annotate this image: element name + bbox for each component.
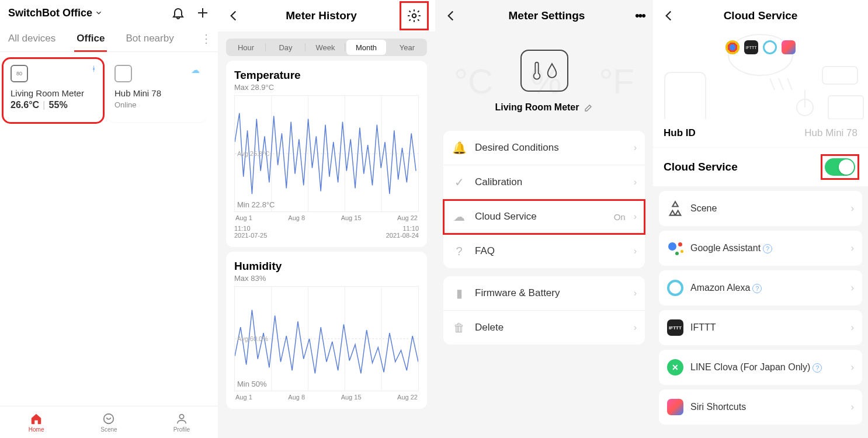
svg-point-2 [412,14,416,18]
meter-settings-screen: Meter Settings ••• °C%°F Living Room Met… [435,0,653,438]
more-icon[interactable]: ••• [635,8,645,23]
seg-week[interactable]: Week [305,39,345,56]
seg-hour[interactable]: Hour [226,39,266,56]
hub-id-label: Hub ID [664,127,696,139]
device-card-hub[interactable]: ☁ Hub Mini 78 Online [107,59,207,122]
hub-icon [114,65,132,82]
gear-icon[interactable] [407,8,422,23]
alexa-icon [667,280,683,296]
row-delete[interactable]: 🗑 Delete › [443,311,645,345]
nav-scene[interactable]: Scene [72,406,145,438]
device-cards: 80 ᚼ Living Room Meter 26.6°C|55% ☁ Hub … [0,52,218,129]
svg-rect-15 [822,67,857,84]
clova-icon: ✕ [667,359,683,376]
nav-home[interactable]: Home [0,406,72,438]
row-firmware-battery[interactable]: ▮ Firmware & Battery › [443,276,645,311]
chevron-right-icon: › [851,362,854,373]
svg-rect-14 [665,72,706,119]
cloud-header: Cloud Service [653,0,868,32]
device-hero: °C%°F Living Room Meter [435,32,653,131]
nav-profile[interactable]: Profile [145,406,218,438]
settings-button-highlight [401,3,427,29]
chevron-right-icon: › [634,211,637,222]
ifttt-icon: IFTTT [667,319,683,336]
chart-title: Humidity [234,260,419,273]
service-amazon-alexa[interactable]: Amazon Alexa? › [659,270,862,305]
profile-icon [175,412,188,425]
more-icon[interactable]: ⋮ [200,32,212,46]
cloud-service-label: Cloud Service [664,161,738,173]
battery-icon: ▮ [452,286,467,301]
chart-time-range: 11:102021-07-25 11:102021-08-24 [234,225,419,239]
help-icon[interactable]: ? [763,244,772,253]
back-icon[interactable] [443,8,459,23]
chart-max: Max 83% [234,274,419,283]
device-card-meter[interactable]: 80 ᚼ Living Room Meter 26.6°C|55% [4,59,103,122]
service-siri-shortcuts[interactable]: Siri Shortcuts › [659,390,862,425]
chart-avg: Avg 25.8°C [237,150,270,157]
google-assistant-icon [667,240,683,256]
row-cloud-service[interactable]: ☁ Cloud Service On › [443,200,645,234]
siri-shortcuts-icon [667,399,683,415]
google-icon [725,40,739,54]
chevron-right-icon: › [634,177,637,187]
hub-id-value: Hub Mini 78 [804,127,857,139]
back-icon[interactable] [226,8,241,23]
row-desired-conditions[interactable]: 🔔 Desired Conditions › [443,131,645,165]
seg-year[interactable]: Year [387,39,427,56]
chevron-right-icon: › [851,283,854,293]
history-header: Meter History [218,0,435,32]
device-tabs: All devices Office Bot nearby [6,26,176,51]
hero-service-icons: IFTTT [725,40,796,54]
service-line-clova[interactable]: ✕ LINE Clova (For Japan Only)? › [659,350,862,385]
settings-list-1: 🔔 Desired Conditions › ✓ Calibration › ☁… [443,131,645,268]
bell-icon: 🔔 [452,140,467,155]
page-title: Meter Settings [508,9,585,22]
tab-bot-nearby[interactable]: Bot nearby [123,26,176,51]
hub-id-row: Hub ID Hub Mini 78 [653,119,868,147]
device-card-values: 26.6°C|55% [11,100,96,110]
cloud-icon: ☁ [191,65,200,75]
help-icon[interactable]: ? [752,284,762,293]
seg-day[interactable]: Day [266,39,305,56]
trash-icon: 🗑 [452,320,467,335]
tab-all-devices[interactable]: All devices [6,26,58,51]
cloud-service-screen: Cloud Service IFTTT Hub ID Hub Mini 78 C… [653,0,868,438]
hero-decoration: °C%°F [435,32,653,131]
service-ifttt[interactable]: IFTTT IFTTT › [659,310,862,345]
meter-icon: 80 [11,65,28,82]
toggle-highlight [822,156,857,178]
row-faq[interactable]: ? FAQ › [443,234,645,268]
cloud-service-toggle-row: Cloud Service [653,148,868,186]
cloud-hero: IFTTT [653,32,868,119]
bluetooth-icon: ᚼ [92,65,96,73]
tab-office[interactable]: Office [74,26,107,51]
service-google-assistant[interactable]: Google Assistant? › [659,231,862,266]
chart-avg: Avg 60.0% [237,335,268,342]
service-scene[interactable]: Scene › [659,191,862,226]
seg-month[interactable]: Month [346,40,386,55]
humidity-chart-card: Humidity Max 83% Avg 60.0% Min 50% Aug 1… [226,252,427,409]
temperature-chart[interactable]: Avg 25.8°C Min 22.8°C [234,95,419,212]
humidity-chart[interactable]: Avg 60.0% Min 50% [234,286,419,391]
chevron-right-icon: › [634,246,637,256]
chevron-right-icon: › [634,142,637,153]
device-card-status: Online [114,100,200,109]
bell-icon[interactable] [171,6,185,20]
siri-icon [782,40,796,54]
help-icon[interactable]: ? [813,363,822,373]
header-actions [171,6,210,20]
chart-x-labels: Aug 1 Aug 8 Aug 15 Aug 22 [234,394,419,401]
service-list: Scene › Google Assistant? › Amazon Alexa… [653,186,868,434]
chart-min: Min 22.8°C [237,200,275,209]
location-name: SwitchBot Office [8,7,92,19]
chart-min: Min 50% [237,380,267,388]
chevron-down-icon [95,9,103,17]
cloud-service-toggle[interactable] [825,158,855,176]
chevron-right-icon: › [851,203,854,214]
chevron-right-icon: › [851,243,854,253]
location-dropdown[interactable]: SwitchBot Office [8,7,103,19]
time-range-segment: Hour Day Week Month Year [226,39,427,56]
row-calibration[interactable]: ✓ Calibration › [443,165,645,200]
plus-icon[interactable] [196,6,210,20]
